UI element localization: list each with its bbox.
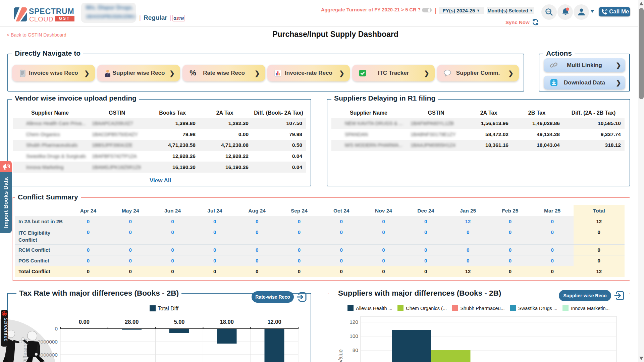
svg-text:80: 80 (353, 347, 359, 353)
svg-text:18.00: 18.00 (220, 319, 234, 325)
svg-text:100: 100 (350, 333, 358, 339)
svg-text:5.00: 5.00 (174, 319, 184, 325)
svg-text:120: 120 (350, 319, 358, 325)
svg-text:28.00: 28.00 (125, 319, 139, 325)
svg-text:Value: Value (338, 349, 343, 362)
svg-text:screenrec: screenrec (3, 318, 9, 341)
svg-text:12.00: 12.00 (267, 319, 281, 325)
svg-text:GSTIN: GSTIN (546, 11, 551, 12)
